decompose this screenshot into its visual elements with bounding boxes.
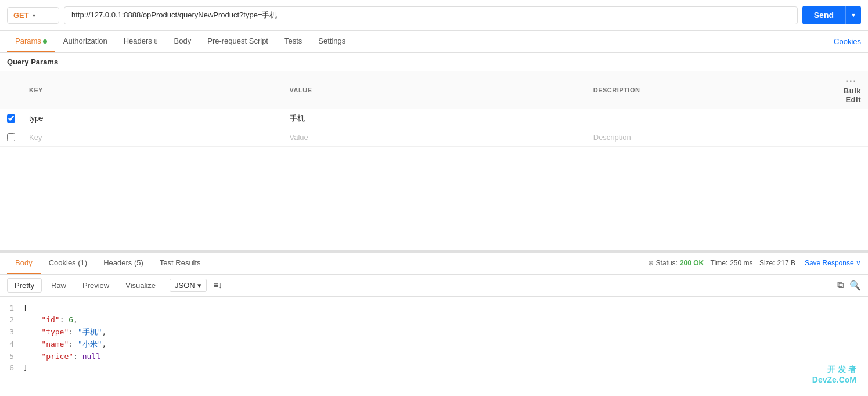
code-line-1: 1 [ [0,303,868,315]
size-label: Size: [759,259,775,267]
globe-icon: ⊕ [648,259,654,267]
response-tab-body[interactable]: Body [7,253,41,274]
row-1-desc-input[interactable] [593,114,815,123]
row-1-checkbox[interactable] [7,114,15,123]
send-button[interactable]: Send [802,6,845,24]
status-label: Status: [656,259,678,267]
format-tab-pretty[interactable]: Pretty [7,278,42,293]
method-select[interactable]: GET ▾ [7,7,59,24]
more-icon[interactable]: ··· [846,76,857,86]
save-response-button[interactable]: Save Response ∨ [805,259,861,267]
time-value: 250 ms [730,259,752,267]
code-line-5: 5 "price": null [0,351,868,363]
bulk-edit-button[interactable]: Bulk Edit [844,87,861,104]
table-row [0,128,868,146]
th-key: KEY [22,71,283,109]
query-params-label: Query Params [0,53,868,71]
th-description: DESCRIPTION [586,71,822,109]
main-tabs: Params Authorization Headers 8 Body Pre-… [0,31,868,53]
json-format-select[interactable]: JSON ▾ [170,279,207,292]
save-response-arrow-icon: ∨ [856,259,861,267]
status-value: 200 OK [680,259,704,267]
copy-icon[interactable]: ⧉ [837,280,844,290]
format-tab-raw[interactable]: Raw [44,279,73,292]
top-bar: GET ▾ Send ▾ [0,0,868,31]
params-dot [43,39,47,44]
tab-params[interactable]: Params [7,31,55,52]
tab-body[interactable]: Body [166,31,200,52]
params-table: KEY VALUE DESCRIPTION ··· Bulk Edit [0,71,868,147]
cookies-link[interactable]: Cookies [834,37,861,46]
search-icon[interactable]: 🔍 [849,280,861,291]
row-1-value-input[interactable] [290,114,579,123]
row-2-key-input[interactable] [29,133,276,142]
response-tab-cookies[interactable]: Cookies (1) [41,253,96,274]
th-check [0,71,22,109]
url-input[interactable] [64,6,798,24]
row-2-value-input[interactable] [290,133,579,142]
response-tabs: Body Cookies (1) Headers (5) Test Result… [0,253,868,275]
row-2-checkbox[interactable] [7,133,15,141]
tab-prerequest[interactable]: Pre-request Script [199,31,276,52]
format-tabs: Pretty Raw Preview Visualize JSON ▾ ≡↓ ⧉… [0,275,868,297]
code-line-2: 2 "id": 6, [0,314,868,326]
tab-settings[interactable]: Settings [310,31,354,52]
code-line-4: 4 "name": "小米", [0,339,868,351]
tab-tests[interactable]: Tests [276,31,310,52]
json-select-chevron-icon: ▾ [197,281,201,290]
th-actions: ··· Bulk Edit [822,71,868,109]
row-1-key-input[interactable] [29,114,276,123]
th-value: VALUE [283,71,586,109]
method-label: GET [13,11,29,20]
code-line-3: 3 "type": "手机", [0,326,868,339]
response-area: Body Cookies (1) Headers (5) Test Result… [0,251,868,381]
table-row [0,109,868,128]
size-value: 217 B [777,259,795,267]
method-chevron-icon: ▾ [33,12,35,19]
format-tabs-right: ⧉ 🔍 [837,280,861,291]
code-line-6: 6 ] [0,362,868,375]
response-status-bar: ⊕ Status: 200 OK Time: 250 ms Size: 217 … [648,259,861,267]
spacer [0,147,868,251]
send-btn-group: Send ▾ [802,6,861,24]
send-arrow-button[interactable]: ▾ [845,6,861,24]
row-2-desc-input[interactable] [593,133,815,142]
time-label: Time: [711,259,728,267]
code-area: 1 [ 2 "id": 6, 3 "type": "手机", 4 "name":… [0,297,868,381]
tabs-right: Cookies [834,37,861,46]
tab-headers[interactable]: Headers 8 [116,31,166,52]
response-tab-test-results[interactable]: Test Results [152,253,209,274]
response-tab-headers[interactable]: Headers (5) [95,253,152,274]
tab-authorization[interactable]: Authorization [55,31,116,52]
format-tab-preview[interactable]: Preview [75,279,116,292]
filter-icon[interactable]: ≡↓ [214,280,222,290]
format-tab-visualize[interactable]: Visualize [118,279,163,292]
